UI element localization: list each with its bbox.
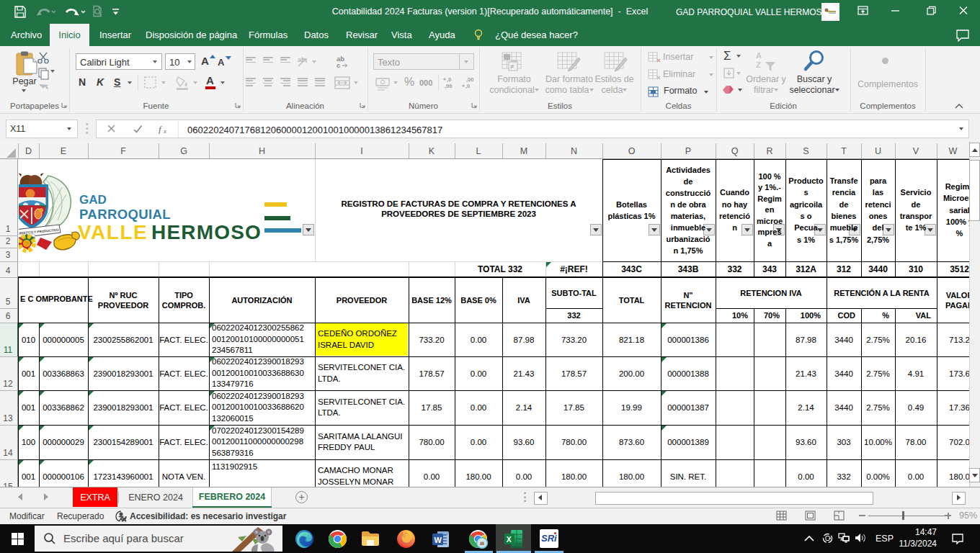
svg-text:ab: ab: [298, 56, 306, 63]
svg-text:,0: ,0: [466, 83, 470, 89]
svg-text:,00: ,00: [445, 83, 452, 89]
svg-text:≠: ≠: [510, 63, 514, 71]
svg-text:x: x: [163, 127, 166, 134]
svg-text:f: f: [159, 124, 163, 134]
svg-text:W: W: [435, 536, 442, 544]
svg-text:Z: Z: [756, 60, 761, 69]
svg-text:c: c: [337, 61, 340, 69]
svg-text:A: A: [756, 51, 762, 60]
svg-text:,00: ,00: [466, 76, 473, 83]
svg-text:,0: ,0: [447, 76, 451, 83]
svg-text:X: X: [507, 535, 512, 544]
